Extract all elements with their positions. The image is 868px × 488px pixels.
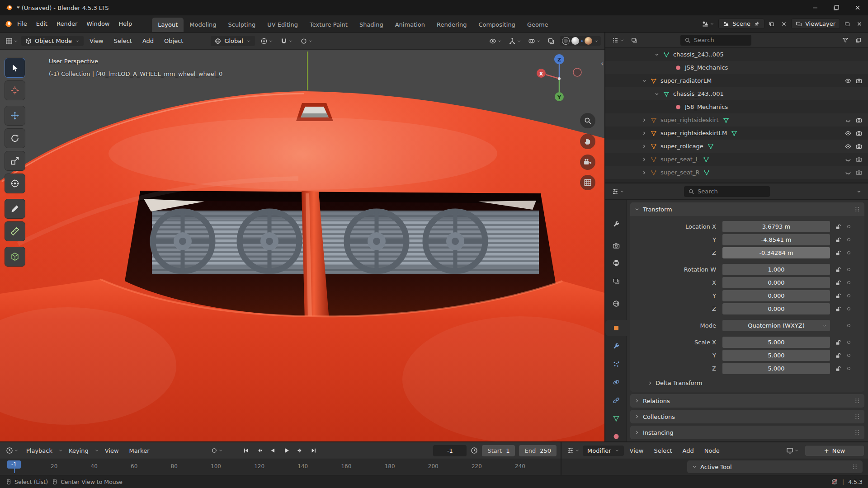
tab-view-layer[interactable]: [605, 273, 627, 289]
workspace-tab-uv-editing[interactable]: UV Editing: [261, 18, 304, 32]
outliner-item-label[interactable]: super_rollcage: [660, 143, 703, 150]
outliner-row[interactable]: super_seat_R: [605, 166, 868, 179]
outliner-row[interactable]: chassis_243..001: [605, 87, 868, 100]
workspace-tab-texture-paint[interactable]: Texture Paint: [304, 18, 354, 32]
menu-file[interactable]: File: [13, 19, 32, 29]
rotation-mode-select[interactable]: Quaternion (WXYZ): [722, 320, 830, 331]
rotation-w-field[interactable]: 1.000: [722, 264, 830, 275]
animate-dot-icon[interactable]: [847, 251, 850, 254]
outliner-row[interactable]: super_rightsideskirt: [605, 113, 868, 127]
animate-dot-icon[interactable]: [847, 324, 850, 327]
menu-view[interactable]: View: [100, 446, 123, 456]
drag-grip-icon[interactable]: [854, 429, 860, 436]
menu-add[interactable]: Add: [678, 446, 698, 456]
workspace-tab-modeling[interactable]: Modeling: [184, 18, 222, 32]
scale-y-field[interactable]: 5.000: [722, 350, 830, 361]
lock-icon[interactable]: [835, 237, 841, 243]
play-button[interactable]: [281, 445, 292, 456]
outliner-item-label[interactable]: chassis_243..005: [673, 51, 724, 58]
pan-hand-button[interactable]: [580, 134, 595, 149]
animate-dot-icon[interactable]: [847, 225, 850, 228]
show-gizmo-button[interactable]: [507, 36, 523, 47]
object-visibility-button[interactable]: [487, 36, 504, 47]
pivot-point-button[interactable]: [259, 36, 275, 47]
transform-orientation-dropdown[interactable]: Global: [211, 36, 255, 46]
outliner-item-label[interactable]: super_rightsideskirt: [660, 117, 719, 123]
tab-render[interactable]: [605, 238, 627, 254]
lock-icon[interactable]: [835, 250, 841, 256]
tab-output[interactable]: [605, 255, 627, 271]
chevron-right-icon[interactable]: [640, 170, 649, 175]
hide-eye-icon[interactable]: [845, 78, 851, 84]
workspace-tab-shading[interactable]: Shading: [354, 18, 389, 32]
drag-grip-icon[interactable]: [854, 413, 860, 420]
tab-constraints[interactable]: [605, 392, 627, 408]
animate-dot-icon[interactable]: [847, 367, 850, 370]
active-tool-panel-header[interactable]: Active Tool: [687, 460, 863, 473]
outliner-search-input[interactable]: [694, 37, 747, 43]
outliner-item-label[interactable]: J58_Mechanics: [685, 64, 728, 71]
properties-editor-type-button[interactable]: [610, 186, 626, 197]
location-x-field[interactable]: 3.6793 m: [722, 221, 830, 232]
drag-grip-icon[interactable]: [852, 464, 858, 470]
rotation-z-field[interactable]: 0.000: [722, 303, 830, 314]
lock-icon[interactable]: [835, 293, 841, 299]
hide-eye-icon[interactable]: [845, 130, 851, 136]
animate-dot-icon[interactable]: [847, 294, 850, 297]
tab-modifiers[interactable]: [605, 338, 627, 354]
rotation-x-field[interactable]: 0.000: [722, 277, 830, 288]
menu-keying[interactable]: Keying: [64, 446, 93, 456]
lock-icon[interactable]: [835, 267, 841, 273]
hide-eye-closed-icon[interactable]: [845, 156, 851, 163]
sidebar-collapse-arrow[interactable]: ‹: [601, 60, 604, 68]
outliner-row[interactable]: super_rollcage: [605, 140, 868, 153]
tab-object[interactable]: [605, 320, 627, 336]
editor-type-button[interactable]: [4, 36, 20, 47]
auto-keying-button[interactable]: [209, 446, 225, 455]
properties-search-box[interactable]: [684, 186, 770, 197]
lock-icon[interactable]: [835, 366, 841, 372]
cursor-tool-button[interactable]: [5, 80, 25, 100]
animate-dot-icon[interactable]: [847, 307, 850, 310]
menu-window[interactable]: Window: [82, 19, 114, 29]
tab-object-data[interactable]: [605, 410, 627, 427]
outliner-row[interactable]: J58_Mechanics: [605, 61, 868, 74]
menu-view[interactable]: View: [85, 36, 108, 46]
chevron-down-icon[interactable]: [594, 39, 599, 43]
chevron-down-icon[interactable]: [640, 78, 649, 84]
tab-physics[interactable]: [605, 374, 627, 390]
chevron-right-icon[interactable]: [640, 117, 649, 123]
menu-edit[interactable]: Edit: [32, 19, 52, 29]
menu-add[interactable]: Add: [138, 36, 158, 46]
subpanel-delta-transform[interactable]: Delta Transform: [630, 380, 864, 386]
hide-eye-closed-icon[interactable]: [845, 117, 851, 123]
scene-selector[interactable]: Scene: [718, 19, 764, 29]
play-reverse-button[interactable]: [267, 445, 278, 456]
select-box-tool-button[interactable]: [5, 58, 25, 78]
minimize-button[interactable]: [804, 0, 826, 15]
render-visibility-icon[interactable]: [856, 156, 862, 163]
blender-logo-icon[interactable]: [4, 19, 13, 28]
location-z-field[interactable]: -0.34284 m: [722, 247, 830, 258]
add-cube-tool-button[interactable]: [5, 247, 25, 267]
modifier-type-dropdown[interactable]: Modifier: [583, 446, 624, 456]
animate-dot-icon[interactable]: [847, 354, 850, 357]
outliner-row[interactable]: super_rightsideskirtLM: [605, 127, 868, 140]
navigation-gizmo[interactable]: Z X Y: [532, 52, 586, 106]
workspace-settings-button[interactable]: [700, 19, 716, 29]
end-frame-field[interactable]: End250: [519, 445, 557, 456]
playhead-badge[interactable]: -1: [7, 460, 21, 469]
move-tool-button[interactable]: [5, 106, 25, 126]
shading-material-active[interactable]: [581, 40, 583, 42]
hide-eye-closed-icon[interactable]: [845, 169, 851, 176]
close-button[interactable]: [847, 0, 868, 15]
display-mode-button[interactable]: [784, 445, 801, 456]
tab-particles[interactable]: [605, 356, 627, 372]
menu-render[interactable]: Render: [52, 19, 82, 29]
panel-instancing[interactable]: Instancing: [630, 426, 864, 439]
scale-tool-button[interactable]: [5, 151, 25, 171]
render-visibility-icon[interactable]: [856, 78, 862, 84]
scale-x-field[interactable]: 5.000: [722, 337, 830, 348]
render-visibility-icon[interactable]: [856, 169, 862, 176]
jump-to-start-button[interactable]: [240, 445, 251, 456]
